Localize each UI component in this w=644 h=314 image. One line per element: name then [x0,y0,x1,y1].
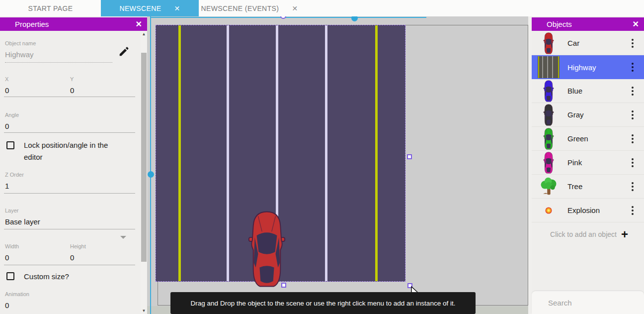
object-item-highway[interactable]: Highway [532,55,644,79]
car-icon [538,32,560,54]
tab-newscene[interactable]: NEWSCENE ✕ [101,0,199,16]
object-name-label: Object name [5,40,36,46]
object-item-gray[interactable]: Gray [532,103,644,127]
car-icon [538,152,560,174]
layer-label: Layer [5,208,19,213]
resize-handle-bottom[interactable] [281,283,286,288]
properties-panel-header: Properties ✕ [0,17,147,31]
car-icon [538,104,560,126]
kebab-menu-icon[interactable] [625,87,640,96]
gdevelop-editor: START PAGE NEWSCENE ✕ NEWSCENE (EVENTS) … [0,0,644,314]
lane-line-yellow [375,25,378,281]
x-label: X [5,76,8,82]
kebab-menu-icon[interactable] [625,110,640,119]
objects-panel: Objects ✕ Car Highway [532,16,644,314]
lane-line-white [325,25,327,281]
tab-newscene-events[interactable]: NEWSCENE (EVENTS) ✕ [199,0,300,16]
divider [4,132,135,133]
object-item-blue[interactable]: Blue [532,79,644,103]
horizontal-scroll-thumb[interactable] [351,16,358,21]
object-name-field[interactable]: Highway [5,50,112,63]
tree-icon [538,176,560,198]
search-input[interactable] [548,299,644,307]
close-icon[interactable]: ✕ [174,4,180,12]
angle-label: Angle [5,112,19,118]
chevron-down-icon[interactable] [120,236,126,239]
tab-start-page[interactable]: START PAGE [0,0,101,16]
kebab-menu-icon[interactable] [625,134,640,143]
x-field[interactable]: 0 [5,86,9,95]
tab-label: START PAGE [28,4,73,12]
object-item-explosion[interactable]: Explosion [532,199,644,222]
kebab-menu-icon[interactable] [625,63,640,72]
plus-icon: + [621,227,644,241]
lock-position-row: Lock position/angle in the editor [6,141,131,163]
animation-label: Animation [5,291,29,297]
close-icon[interactable]: ✕ [292,4,298,12]
edit-pencil-icon[interactable] [118,46,129,57]
horizontal-scrollbar[interactable] [150,17,426,18]
highway-icon [538,56,560,78]
vertical-scrollbar[interactable] [150,16,151,314]
kebab-menu-icon[interactable] [625,182,640,191]
lock-position-checkbox[interactable] [6,141,14,149]
z-order-label: Z Order [5,172,24,178]
car-instance[interactable] [247,210,286,288]
tab-bar: START PAGE NEWSCENE ✕ NEWSCENE (EVENTS) … [0,0,644,16]
scroll-down-icon[interactable]: ▼ [141,309,147,313]
objects-search [532,291,644,314]
explosion-icon [538,200,560,221]
z-order-field[interactable]: 1 [5,182,9,190]
divider [4,229,135,229]
layer-select[interactable]: Base layer [5,217,40,226]
custom-size-row: Custom size? [6,272,131,283]
animation-field[interactable]: 0 [5,301,9,310]
canvas-edge-strip [528,16,532,314]
y-label: Y [70,76,74,82]
width-field[interactable]: 0 [5,253,9,262]
height-field[interactable]: 0 [70,253,74,262]
width-label: Width [5,243,19,249]
lane-line-yellow [178,25,181,281]
y-field[interactable]: 0 [70,86,74,95]
kebab-menu-icon[interactable] [625,39,640,48]
close-icon[interactable]: ✕ [136,20,142,28]
kebab-menu-icon[interactable] [625,158,640,167]
lock-position-label: Lock position/angle in the editor [24,139,119,163]
close-icon[interactable]: ✕ [633,20,639,28]
rotate-handle[interactable] [280,16,286,19]
objects-list: Car Highway Blue [532,31,644,222]
object-item-green[interactable]: Green [532,127,644,151]
objects-panel-header: Objects ✕ [532,17,644,31]
drag-drop-tooltip: Drag and Drop the object to the scene or… [170,292,476,314]
divider [4,97,135,97]
vertical-scroll-thumb[interactable] [148,171,154,178]
scene-canvas[interactable]: Drag and Drop the object to the scene or… [147,16,532,314]
object-item-car[interactable]: Car [532,31,644,55]
divider [4,265,135,265]
object-item-tree[interactable]: Tree [532,175,644,199]
resize-handle-right[interactable] [407,154,412,159]
kebab-menu-icon[interactable] [625,206,640,215]
custom-size-checkbox[interactable] [6,272,14,280]
car-icon [538,80,560,102]
panel-title: Properties [15,20,136,28]
object-item-pink[interactable]: Pink [532,151,644,175]
lane-line-white [227,25,229,281]
car-icon [538,128,560,150]
height-label: Height [70,243,86,249]
custom-size-label: Custom size? [24,271,69,283]
angle-field[interactable]: 0 [5,122,9,130]
scroll-up-icon[interactable]: ▲ [141,32,147,36]
tab-label: NEWSCENE (EVENTS) [201,4,279,12]
panel-title: Objects [547,20,633,28]
tab-label: NEWSCENE [119,4,161,12]
properties-panel: Properties ✕ Object name Highway X Y 0 0… [0,16,147,314]
scrollbar-thumb[interactable] [141,53,147,262]
add-object-button[interactable]: Click to add an object + [532,222,644,246]
tooltip-text: Drag and Drop the object to the scene or… [191,300,456,307]
properties-scrollbar[interactable]: ▲ ▼ [141,31,147,314]
divider [4,193,135,194]
